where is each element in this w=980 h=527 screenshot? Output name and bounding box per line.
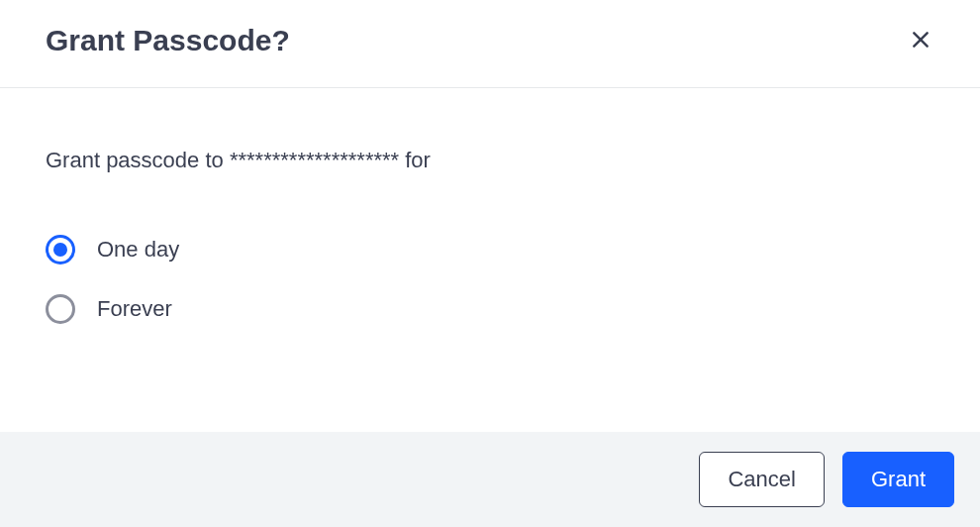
dialog-title: Grant Passcode? <box>46 24 290 57</box>
radio-icon <box>46 294 75 324</box>
close-icon <box>911 30 931 53</box>
cancel-button[interactable]: Cancel <box>699 452 824 507</box>
duration-radio-group: One day Forever <box>46 235 934 324</box>
radio-label: Forever <box>97 296 172 322</box>
prompt-prefix: Grant passcode to <box>46 148 230 172</box>
grant-button[interactable]: Grant <box>842 452 954 507</box>
dialog-body: Grant passcode to ******************** f… <box>0 88 980 432</box>
dialog-header: Grant Passcode? <box>0 0 980 88</box>
prompt-masked: ******************** <box>230 148 399 172</box>
radio-label: One day <box>97 237 179 263</box>
radio-option-one-day[interactable]: One day <box>46 235 934 264</box>
radio-option-forever[interactable]: Forever <box>46 294 934 324</box>
grant-passcode-dialog: Grant Passcode? Grant passcode to ******… <box>0 0 980 527</box>
close-button[interactable] <box>907 27 934 54</box>
prompt-suffix: for <box>399 148 431 172</box>
dialog-footer: Cancel Grant <box>0 432 980 527</box>
prompt-text: Grant passcode to ******************** f… <box>46 148 934 173</box>
radio-icon <box>46 235 75 264</box>
